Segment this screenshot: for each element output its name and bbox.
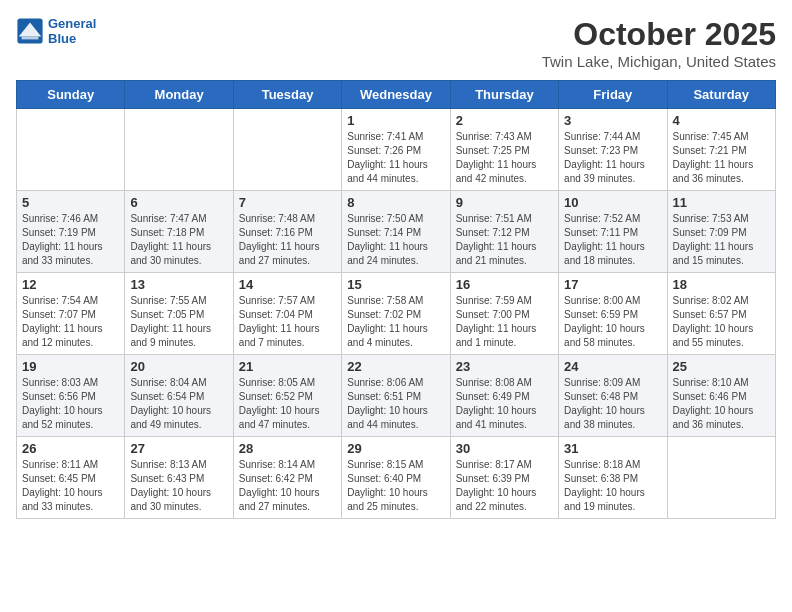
calendar-cell: 23 Sunrise: 8:08 AMSunset: 6:49 PMDaylig… — [450, 355, 558, 437]
logo-text: General Blue — [48, 16, 96, 46]
calendar-cell: 2 Sunrise: 7:43 AMSunset: 7:25 PMDayligh… — [450, 109, 558, 191]
calendar-cell — [125, 109, 233, 191]
day-info: Sunrise: 8:10 AMSunset: 6:46 PMDaylight:… — [673, 376, 770, 432]
day-number: 10 — [564, 195, 661, 210]
calendar-cell: 30 Sunrise: 8:17 AMSunset: 6:39 PMDaylig… — [450, 437, 558, 519]
day-info: Sunrise: 8:02 AMSunset: 6:57 PMDaylight:… — [673, 294, 770, 350]
day-number: 7 — [239, 195, 336, 210]
day-number: 2 — [456, 113, 553, 128]
calendar-week: 26 Sunrise: 8:11 AMSunset: 6:45 PMDaylig… — [17, 437, 776, 519]
calendar-cell: 21 Sunrise: 8:05 AMSunset: 6:52 PMDaylig… — [233, 355, 341, 437]
header: General Blue October 2025 Twin Lake, Mic… — [16, 16, 776, 70]
day-number: 18 — [673, 277, 770, 292]
calendar-week: 12 Sunrise: 7:54 AMSunset: 7:07 PMDaylig… — [17, 273, 776, 355]
day-number: 1 — [347, 113, 444, 128]
calendar-cell: 18 Sunrise: 8:02 AMSunset: 6:57 PMDaylig… — [667, 273, 775, 355]
day-info: Sunrise: 7:57 AMSunset: 7:04 PMDaylight:… — [239, 294, 336, 350]
day-info: Sunrise: 8:13 AMSunset: 6:43 PMDaylight:… — [130, 458, 227, 514]
day-info: Sunrise: 8:15 AMSunset: 6:40 PMDaylight:… — [347, 458, 444, 514]
calendar-cell: 15 Sunrise: 7:58 AMSunset: 7:02 PMDaylig… — [342, 273, 450, 355]
calendar-cell — [667, 437, 775, 519]
calendar-cell: 17 Sunrise: 8:00 AMSunset: 6:59 PMDaylig… — [559, 273, 667, 355]
day-number: 24 — [564, 359, 661, 374]
day-number: 16 — [456, 277, 553, 292]
day-info: Sunrise: 8:03 AMSunset: 6:56 PMDaylight:… — [22, 376, 119, 432]
day-number: 27 — [130, 441, 227, 456]
day-number: 5 — [22, 195, 119, 210]
calendar-table: SundayMondayTuesdayWednesdayThursdayFrid… — [16, 80, 776, 519]
calendar-cell: 13 Sunrise: 7:55 AMSunset: 7:05 PMDaylig… — [125, 273, 233, 355]
day-info: Sunrise: 8:09 AMSunset: 6:48 PMDaylight:… — [564, 376, 661, 432]
day-info: Sunrise: 7:52 AMSunset: 7:11 PMDaylight:… — [564, 212, 661, 268]
day-info: Sunrise: 8:18 AMSunset: 6:38 PMDaylight:… — [564, 458, 661, 514]
day-number: 21 — [239, 359, 336, 374]
day-info: Sunrise: 7:51 AMSunset: 7:12 PMDaylight:… — [456, 212, 553, 268]
day-info: Sunrise: 8:08 AMSunset: 6:49 PMDaylight:… — [456, 376, 553, 432]
day-info: Sunrise: 8:06 AMSunset: 6:51 PMDaylight:… — [347, 376, 444, 432]
day-number: 31 — [564, 441, 661, 456]
day-info: Sunrise: 8:04 AMSunset: 6:54 PMDaylight:… — [130, 376, 227, 432]
calendar-cell: 4 Sunrise: 7:45 AMSunset: 7:21 PMDayligh… — [667, 109, 775, 191]
calendar-cell: 5 Sunrise: 7:46 AMSunset: 7:19 PMDayligh… — [17, 191, 125, 273]
day-number: 23 — [456, 359, 553, 374]
day-info: Sunrise: 7:53 AMSunset: 7:09 PMDaylight:… — [673, 212, 770, 268]
calendar-cell — [233, 109, 341, 191]
day-number: 25 — [673, 359, 770, 374]
calendar-cell: 28 Sunrise: 8:14 AMSunset: 6:42 PMDaylig… — [233, 437, 341, 519]
calendar-cell — [17, 109, 125, 191]
calendar-week: 19 Sunrise: 8:03 AMSunset: 6:56 PMDaylig… — [17, 355, 776, 437]
location-title: Twin Lake, Michigan, United States — [542, 53, 776, 70]
day-number: 29 — [347, 441, 444, 456]
day-info: Sunrise: 7:46 AMSunset: 7:19 PMDaylight:… — [22, 212, 119, 268]
day-header: Thursday — [450, 81, 558, 109]
day-number: 28 — [239, 441, 336, 456]
calendar-cell: 29 Sunrise: 8:15 AMSunset: 6:40 PMDaylig… — [342, 437, 450, 519]
day-number: 19 — [22, 359, 119, 374]
day-info: Sunrise: 7:50 AMSunset: 7:14 PMDaylight:… — [347, 212, 444, 268]
day-info: Sunrise: 7:44 AMSunset: 7:23 PMDaylight:… — [564, 130, 661, 186]
calendar-cell: 26 Sunrise: 8:11 AMSunset: 6:45 PMDaylig… — [17, 437, 125, 519]
day-info: Sunrise: 7:45 AMSunset: 7:21 PMDaylight:… — [673, 130, 770, 186]
calendar-cell: 11 Sunrise: 7:53 AMSunset: 7:09 PMDaylig… — [667, 191, 775, 273]
calendar-cell: 24 Sunrise: 8:09 AMSunset: 6:48 PMDaylig… — [559, 355, 667, 437]
calendar-cell: 27 Sunrise: 8:13 AMSunset: 6:43 PMDaylig… — [125, 437, 233, 519]
day-number: 11 — [673, 195, 770, 210]
day-number: 14 — [239, 277, 336, 292]
day-number: 3 — [564, 113, 661, 128]
day-number: 13 — [130, 277, 227, 292]
day-number: 12 — [22, 277, 119, 292]
day-number: 30 — [456, 441, 553, 456]
day-header: Tuesday — [233, 81, 341, 109]
day-number: 22 — [347, 359, 444, 374]
calendar-cell: 3 Sunrise: 7:44 AMSunset: 7:23 PMDayligh… — [559, 109, 667, 191]
day-number: 6 — [130, 195, 227, 210]
day-info: Sunrise: 7:59 AMSunset: 7:00 PMDaylight:… — [456, 294, 553, 350]
calendar-cell: 10 Sunrise: 7:52 AMSunset: 7:11 PMDaylig… — [559, 191, 667, 273]
day-number: 17 — [564, 277, 661, 292]
day-number: 20 — [130, 359, 227, 374]
day-header: Friday — [559, 81, 667, 109]
day-header: Saturday — [667, 81, 775, 109]
calendar-cell: 20 Sunrise: 8:04 AMSunset: 6:54 PMDaylig… — [125, 355, 233, 437]
day-header: Monday — [125, 81, 233, 109]
month-title: October 2025 — [542, 16, 776, 53]
calendar-cell: 1 Sunrise: 7:41 AMSunset: 7:26 PMDayligh… — [342, 109, 450, 191]
calendar-week: 1 Sunrise: 7:41 AMSunset: 7:26 PMDayligh… — [17, 109, 776, 191]
calendar-cell: 9 Sunrise: 7:51 AMSunset: 7:12 PMDayligh… — [450, 191, 558, 273]
calendar-cell: 25 Sunrise: 8:10 AMSunset: 6:46 PMDaylig… — [667, 355, 775, 437]
svg-rect-2 — [22, 37, 39, 40]
logo: General Blue — [16, 16, 96, 46]
day-number: 26 — [22, 441, 119, 456]
calendar-cell: 16 Sunrise: 7:59 AMSunset: 7:00 PMDaylig… — [450, 273, 558, 355]
day-number: 4 — [673, 113, 770, 128]
day-number: 15 — [347, 277, 444, 292]
day-number: 8 — [347, 195, 444, 210]
logo-icon — [16, 17, 44, 45]
calendar-cell: 19 Sunrise: 8:03 AMSunset: 6:56 PMDaylig… — [17, 355, 125, 437]
day-info: Sunrise: 7:41 AMSunset: 7:26 PMDaylight:… — [347, 130, 444, 186]
calendar-cell: 14 Sunrise: 7:57 AMSunset: 7:04 PMDaylig… — [233, 273, 341, 355]
day-headers: SundayMondayTuesdayWednesdayThursdayFrid… — [17, 81, 776, 109]
day-info: Sunrise: 8:17 AMSunset: 6:39 PMDaylight:… — [456, 458, 553, 514]
day-info: Sunrise: 8:14 AMSunset: 6:42 PMDaylight:… — [239, 458, 336, 514]
day-info: Sunrise: 7:48 AMSunset: 7:16 PMDaylight:… — [239, 212, 336, 268]
